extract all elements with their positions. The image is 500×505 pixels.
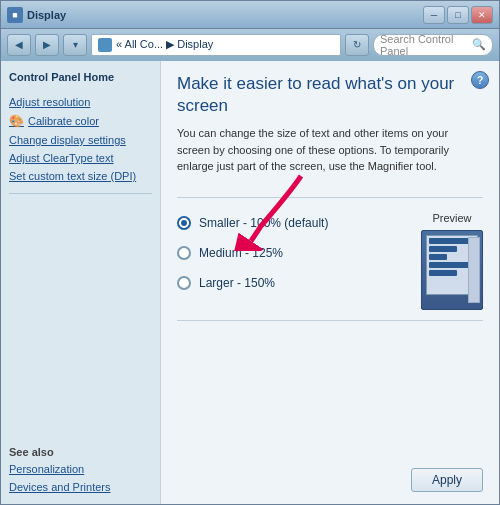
preview-image <box>421 230 483 310</box>
sidebar-item-devices-printers[interactable]: Devices and Printers <box>9 480 152 494</box>
title-bar-title: Display <box>27 9 66 21</box>
sidebar-link-label: Personalization <box>9 463 84 475</box>
refresh-button[interactable]: ↻ <box>345 34 369 56</box>
divider <box>177 197 483 198</box>
right-panel: ? Make it easier to read what's on your … <box>161 61 499 504</box>
breadcrumb: « All Co... ▶ Display <box>91 34 341 56</box>
sidebar-link-label: Devices and Printers <box>9 481 111 493</box>
main-content: Control Panel Home Adjust resolution 🎨 C… <box>1 61 499 504</box>
title-bar: ■ Display ─ □ ✕ <box>1 1 499 29</box>
sidebar-item-calibrate-color[interactable]: 🎨 Calibrate color <box>9 113 152 129</box>
sidebar-item-adjust-cleartype[interactable]: Adjust ClearType text <box>9 151 152 165</box>
apply-button[interactable]: Apply <box>411 468 483 492</box>
sidebar-item-adjust-resolution[interactable]: Adjust resolution <box>9 95 152 109</box>
radio-option-larger[interactable]: Larger - 150% <box>177 276 409 290</box>
search-placeholder: Search Control Panel <box>380 33 468 57</box>
radio-medium-label: Medium - 125% <box>199 246 283 260</box>
sidebar-link-label: Adjust ClearType text <box>9 152 114 164</box>
radio-larger-label: Larger - 150% <box>199 276 275 290</box>
breadcrumb-text: « All Co... ▶ Display <box>116 38 213 51</box>
help-button[interactable]: ? <box>471 71 489 89</box>
preview-line-4 <box>429 262 470 268</box>
see-also-label: See also <box>9 438 152 458</box>
calibrate-icon: 🎨 <box>9 114 24 128</box>
radio-smaller[interactable] <box>177 216 191 230</box>
radio-larger[interactable] <box>177 276 191 290</box>
preview-line-2 <box>429 246 457 252</box>
radio-option-medium[interactable]: Medium - 125% <box>177 246 409 260</box>
preview-section: Preview <box>421 212 483 310</box>
sidebar-divider <box>9 193 152 194</box>
close-button[interactable]: ✕ <box>471 6 493 24</box>
back-button[interactable]: ◀ <box>7 34 31 56</box>
preview-line-1 <box>429 238 470 244</box>
sidebar-link-label: Change display settings <box>9 134 126 146</box>
restore-button[interactable]: □ <box>447 6 469 24</box>
title-bar-controls: ─ □ ✕ <box>423 6 493 24</box>
preview-line-5 <box>429 270 457 276</box>
sidebar-item-custom-text-size[interactable]: Set custom text size (DPI) <box>9 169 152 183</box>
sidebar: Control Panel Home Adjust resolution 🎨 C… <box>1 61 161 504</box>
radio-smaller-label: Smaller - 100% (default) <box>199 216 328 230</box>
sidebar-title: Control Panel Home <box>9 71 152 83</box>
sidebar-link-label: Adjust resolution <box>9 96 90 108</box>
page-title: Make it easier to read what's on your sc… <box>177 73 483 117</box>
search-bar[interactable]: Search Control Panel 🔍 <box>373 34 493 56</box>
preview-line-3 <box>429 254 447 260</box>
bottom-divider <box>177 320 483 321</box>
dropdown-button[interactable]: ▾ <box>63 34 87 56</box>
page-description: You can change the size of text and othe… <box>177 125 483 175</box>
minimize-button[interactable]: ─ <box>423 6 445 24</box>
bottom-bar: Apply <box>177 464 483 492</box>
options-row: Smaller - 100% (default) Medium - 125% L… <box>177 212 483 310</box>
title-bar-left: ■ Display <box>7 7 66 23</box>
radio-options: Smaller - 100% (default) Medium - 125% L… <box>177 212 409 290</box>
preview-label: Preview <box>432 212 471 224</box>
forward-button[interactable]: ▶ <box>35 34 59 56</box>
preview-sidebar <box>468 237 480 303</box>
address-bar: ◀ ▶ ▾ « All Co... ▶ Display ↻ Search Con… <box>1 29 499 61</box>
sidebar-item-personalization[interactable]: Personalization <box>9 462 152 476</box>
sidebar-item-change-display-settings[interactable]: Change display settings <box>9 133 152 147</box>
window-icon: ■ <box>7 7 23 23</box>
sidebar-link-label: Calibrate color <box>28 115 99 127</box>
breadcrumb-icon <box>98 38 112 52</box>
radio-option-smaller[interactable]: Smaller - 100% (default) <box>177 216 409 230</box>
window: ■ Display ─ □ ✕ ◀ ▶ ▾ « All Co... ▶ Disp… <box>0 0 500 505</box>
search-icon: 🔍 <box>472 38 486 51</box>
sidebar-link-label: Set custom text size (DPI) <box>9 170 136 182</box>
radio-medium[interactable] <box>177 246 191 260</box>
